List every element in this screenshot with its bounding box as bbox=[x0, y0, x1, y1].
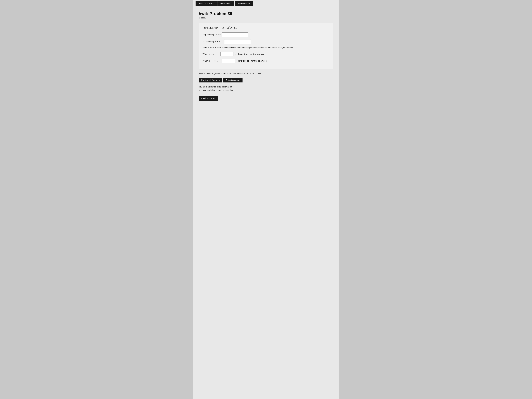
nav-bar: Previous Problem Problem List Next Probl… bbox=[193, 0, 339, 7]
problem-function-statement: For the function y = (x − 2)2(x − 5), bbox=[203, 26, 329, 30]
neg-infinity-row: When x → −∞, y → ∞ ( Input + or - for th… bbox=[203, 59, 329, 63]
problem-title: hw4: Problem 39 bbox=[199, 11, 333, 16]
problem-box: For the function y = (x − 2)2(x − 5), it… bbox=[199, 23, 333, 69]
bottom-note-text: In order to get credit for this problem … bbox=[204, 72, 261, 75]
problem-list-button[interactable]: Problem List bbox=[217, 1, 234, 6]
pos-infinity-row: When x → ∞, y → ∞ ( Input + or - for the… bbox=[203, 52, 329, 56]
y-intercept-row: its y-intercept is y = bbox=[203, 32, 329, 37]
note-label: Note: bbox=[203, 46, 208, 49]
neg-infinity-suffix: ∞ ( Input + or - for the answer ) bbox=[236, 60, 266, 62]
main-content: hw4: Problem 39 (1 point) For the functi… bbox=[193, 7, 339, 105]
x-intercept-label: its x-intercepts are x = bbox=[203, 40, 223, 43]
neg-infinity-label: When x → −∞, y → bbox=[203, 60, 221, 62]
note-body: If there is more than one answer enter t… bbox=[208, 46, 294, 49]
function-text-prefix: For the function bbox=[203, 27, 219, 29]
preview-answers-button[interactable]: Preview My Answers bbox=[199, 78, 222, 82]
bottom-note: Note: In order to get credit for this pr… bbox=[199, 72, 333, 75]
email-instructor-button[interactable]: Email Instructor bbox=[199, 96, 218, 101]
attempts-line1: You have attempted this problem 0 times. bbox=[199, 85, 333, 89]
previous-problem-button[interactable]: Previous Problem bbox=[196, 1, 217, 6]
neg-infinity-input[interactable] bbox=[222, 59, 235, 63]
y-intercept-label: its y-intercept is y = bbox=[203, 33, 221, 36]
pos-infinity-input[interactable] bbox=[221, 52, 234, 56]
next-problem-button[interactable]: Next Problem bbox=[235, 1, 253, 6]
note-none: none bbox=[288, 46, 293, 49]
y-intercept-input[interactable] bbox=[222, 32, 248, 37]
action-buttons: Preview My Answers Submit Answers bbox=[199, 78, 333, 82]
pos-infinity-label: When x → ∞, y → bbox=[203, 53, 219, 55]
x-intercept-input[interactable] bbox=[224, 39, 251, 44]
problem-points: (1 point) bbox=[199, 17, 333, 19]
bottom-note-label: Note: bbox=[199, 72, 204, 75]
attempts-info: You have attempted this problem 0 times.… bbox=[199, 85, 333, 92]
note-multiple-answers: Note: If there is more than one answer e… bbox=[203, 46, 329, 49]
function-math: y = (x − 2)2(x − 5), bbox=[219, 27, 237, 29]
submit-answers-button[interactable]: Submit Answers bbox=[223, 78, 242, 82]
pos-infinity-suffix: ∞ ( Input + or - for the answer ) bbox=[235, 53, 265, 55]
attempts-line2: You have unlimited attempts remaining. bbox=[199, 89, 333, 92]
x-intercept-row: its x-intercepts are x = bbox=[203, 39, 329, 44]
